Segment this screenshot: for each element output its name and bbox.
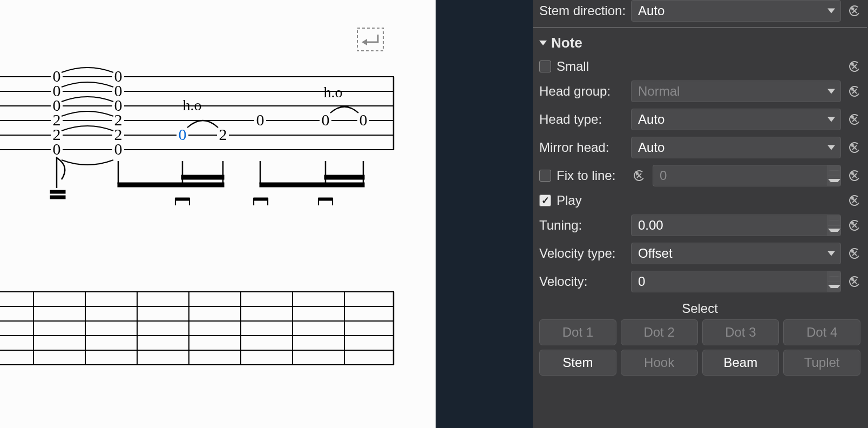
tab-note-selected[interactable]: 0 — [177, 125, 188, 143]
mirror-head-label: Mirror head: — [539, 140, 626, 155]
score-canvas[interactable]: 0 0 0 2 2 0 0 0 0 2 2 0 — [0, 0, 436, 428]
head-type-label: Head type: — [539, 112, 626, 127]
spin-up-icon[interactable] — [828, 215, 840, 226]
svg-rect-55 — [118, 183, 224, 187]
chevron-down-icon — [828, 9, 835, 14]
fix-to-line-input[interactable] — [653, 165, 828, 186]
chevron-down-icon — [828, 251, 835, 256]
reset-icon[interactable] — [846, 60, 863, 73]
hook-button[interactable]: Hook — [621, 350, 698, 376]
dot3-button[interactable]: Dot 3 — [702, 319, 779, 345]
chevron-down-icon — [828, 89, 835, 94]
small-checkbox[interactable] — [539, 61, 551, 72]
panel-divider — [436, 0, 533, 428]
svg-rect-68 — [318, 198, 333, 200]
reset-icon[interactable] — [846, 275, 863, 288]
velocity-type-select[interactable]: Offset — [631, 243, 841, 264]
tab-note[interactable]: 0 — [254, 111, 266, 129]
svg-rect-60 — [260, 183, 364, 187]
svg-text:0: 0 — [256, 111, 265, 129]
svg-text:2: 2 — [219, 125, 227, 143]
head-group-label: Head group: — [539, 84, 626, 99]
select-header: Select — [533, 296, 867, 319]
reset-icon[interactable] — [846, 194, 863, 207]
chevron-down-icon — [828, 117, 835, 122]
velocity-spinner[interactable] — [631, 271, 841, 292]
svg-text:0: 0 — [114, 140, 123, 158]
stem-direction-select[interactable]: Auto — [631, 0, 841, 22]
svg-rect-65 — [254, 198, 268, 200]
svg-rect-4 — [357, 28, 383, 51]
fix-to-line-label: Fix to line: — [557, 168, 626, 183]
fix-to-line-spinner[interactable] — [653, 165, 841, 186]
stem-button[interactable]: Stem — [539, 350, 616, 376]
svg-text:0: 0 — [179, 125, 187, 143]
tuplet-button[interactable]: Tuplet — [783, 350, 860, 376]
dot1-button[interactable]: Dot 1 — [539, 319, 616, 345]
play-label: Play — [557, 193, 841, 208]
play-checkbox[interactable] — [539, 195, 551, 206]
tab-chord-1[interactable]: 0 0 0 2 2 0 — [51, 67, 63, 158]
svg-text:0: 0 — [322, 111, 330, 129]
svg-rect-61 — [324, 175, 364, 179]
beam-button[interactable]: Beam — [702, 350, 779, 376]
svg-text:h.o: h.o — [324, 84, 343, 101]
reset-icon[interactable] — [846, 113, 863, 126]
reset-icon[interactable] — [846, 169, 863, 182]
spin-up-icon[interactable] — [828, 165, 840, 176]
tuning-label: Tuning: — [539, 218, 626, 233]
tab-chord-2[interactable]: 0 0 0 2 2 0 — [112, 67, 124, 158]
svg-marker-5 — [362, 39, 367, 45]
dot2-button[interactable]: Dot 2 — [621, 319, 698, 345]
inspector-panel: Stem direction: Auto Note Small Head gro… — [533, 0, 868, 428]
velocity-label: Velocity: — [539, 274, 626, 289]
dot4-button[interactable]: Dot 4 — [783, 319, 860, 345]
svg-text:0: 0 — [360, 111, 368, 129]
stem-direction-label: Stem direction: — [539, 3, 626, 18]
tuning-input[interactable] — [632, 215, 828, 236]
velocity-type-label: Velocity type: — [539, 246, 626, 261]
svg-rect-51 — [50, 196, 65, 199]
reset-icon[interactable] — [846, 141, 863, 154]
fix-to-line-checkbox[interactable] — [539, 170, 551, 182]
note-section-header[interactable]: Note — [533, 30, 867, 56]
tab-note[interactable]: 0 — [357, 111, 369, 129]
head-group-select[interactable]: Normal — [631, 81, 841, 102]
reset-icon[interactable] — [846, 219, 863, 232]
reset-icon[interactable] — [846, 4, 863, 17]
separator — [533, 27, 867, 28]
tab-staff-2 — [0, 292, 394, 365]
spin-down-icon[interactable] — [828, 282, 840, 292]
tuning-spinner[interactable] — [631, 215, 841, 236]
tab-note[interactable]: 0 — [320, 111, 331, 129]
reset-icon[interactable] — [631, 169, 647, 182]
svg-text:0: 0 — [53, 140, 61, 158]
spin-down-icon[interactable] — [828, 226, 840, 236]
system-break-marker — [357, 28, 383, 51]
mirror-head-select[interactable]: Auto — [631, 137, 841, 158]
small-label: Small — [557, 59, 841, 74]
spin-down-icon[interactable] — [828, 176, 840, 186]
svg-rect-56 — [181, 175, 224, 179]
velocity-input[interactable] — [632, 271, 828, 292]
tab-note[interactable]: 2 — [217, 125, 229, 143]
spin-up-icon[interactable] — [828, 271, 840, 282]
svg-text:h.o: h.o — [183, 97, 202, 113]
svg-rect-62 — [175, 198, 189, 200]
select-button-grid: Dot 1 Dot 2 Dot 3 Dot 4 Stem Hook Beam T… — [533, 319, 867, 380]
chevron-down-icon — [828, 145, 835, 150]
head-type-select[interactable]: Auto — [631, 109, 841, 130]
reset-icon[interactable] — [846, 85, 863, 98]
reset-icon[interactable] — [846, 247, 863, 260]
svg-rect-50 — [50, 190, 65, 193]
disclosure-triangle-icon — [539, 41, 547, 45]
